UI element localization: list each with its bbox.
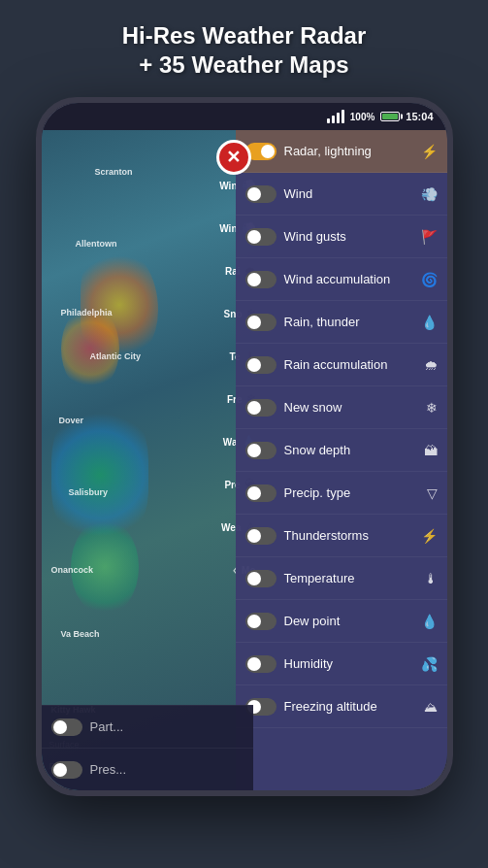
city-salisbury: Salisbury xyxy=(69,487,109,497)
icon-dew-point: 💧 xyxy=(421,614,438,629)
icon-freezing-altitude: ⛰ xyxy=(424,699,438,715)
header-area: Hi-Res Weather Radar + 35 Weather Maps xyxy=(0,0,488,97)
label-dew-point: Dew point xyxy=(284,614,413,628)
label-pres: Pres... xyxy=(90,762,127,777)
city-vabeach: Va Beach xyxy=(61,629,100,639)
label-wind-accumulation: Wind accumulation xyxy=(284,272,413,286)
city-allentown: Allentown xyxy=(76,239,117,249)
weather-item-new-snow[interactable]: New snow ❄ xyxy=(236,386,447,429)
weather-item-thunderstorms[interactable]: Thunderstorms ⚡ xyxy=(236,515,447,557)
city-dover: Dover xyxy=(59,416,84,425)
weather-item-wind-accumulation[interactable]: Wind accumulation 🌀 xyxy=(236,258,447,301)
map-area: Scranton Allentown Philadelphia Atlantic… xyxy=(42,130,260,790)
weather-item-wind[interactable]: Wind 💨 xyxy=(236,173,447,216)
toggle-temperature[interactable] xyxy=(245,570,277,587)
toggle-wind-accumulation[interactable] xyxy=(245,271,277,288)
partial-item-pres[interactable]: Pres... xyxy=(42,748,253,790)
city-atlantic: Atlantic City xyxy=(90,351,142,361)
toggle-wind-gusts[interactable] xyxy=(245,228,277,246)
icon-rain-accumulation: 🌧 xyxy=(424,357,438,373)
label-wind-gusts: Wind gusts xyxy=(284,229,413,244)
battery-icon xyxy=(380,112,400,121)
weather-item-rain-thunder[interactable]: Rain, thunder 💧 xyxy=(236,301,447,344)
icon-rain-thunder: 💧 xyxy=(421,315,438,330)
label-thunderstorms: Thunderstorms xyxy=(284,528,413,543)
status-bar: 100% 15:04 xyxy=(42,103,447,130)
weather-item-rain-accumulation[interactable]: Rain accumulation 🌧 xyxy=(236,344,447,386)
label-wind: Wind xyxy=(284,186,413,201)
icon-wind-gusts: 🚩 xyxy=(421,229,438,245)
icon-temperature: 🌡 xyxy=(424,571,438,586)
city-scranton: Scranton xyxy=(95,167,133,177)
toggle-dew-point[interactable] xyxy=(245,613,277,630)
toggle-new-snow[interactable] xyxy=(245,399,277,417)
status-time: 15:04 xyxy=(406,111,433,122)
signal-icon xyxy=(327,110,344,123)
close-icon: ✕ xyxy=(226,147,241,168)
weather-item-freezing-altitude[interactable]: Freezing altitude ⛰ xyxy=(236,685,447,728)
partial-item-part[interactable]: Part... xyxy=(42,705,253,748)
toggle-snow-depth[interactable] xyxy=(245,442,277,459)
weather-item-radar-lightning[interactable]: Radar, lightning ⚡ xyxy=(236,130,447,173)
toggle-humidity[interactable] xyxy=(245,655,277,673)
label-precip-type: Precip. type xyxy=(284,485,419,500)
close-button[interactable]: ✕ xyxy=(216,140,251,175)
toggle-wind[interactable] xyxy=(245,185,277,203)
weather-panel: Radar, lightning ⚡ Wind 💨 Wind gusts 🚩 W… xyxy=(236,130,447,790)
toggle-part[interactable] xyxy=(51,718,82,736)
label-new-snow: New snow xyxy=(284,400,418,415)
header-title: Hi-Res Weather Radar + 35 Weather Maps xyxy=(29,21,459,80)
label-rain-thunder: Rain, thunder xyxy=(284,315,413,329)
phone-shell: 100% 15:04 Scranton Allentown Philadelph… xyxy=(36,97,453,796)
icon-wind: 💨 xyxy=(421,186,438,202)
weather-item-temperature[interactable]: Temperature 🌡 xyxy=(236,557,447,600)
label-snow-depth: Snow depth xyxy=(284,443,416,457)
battery-pct: 100% xyxy=(350,112,375,122)
toggle-precip-type[interactable] xyxy=(245,484,277,502)
icon-wind-accumulation: 🌀 xyxy=(421,272,438,287)
icon-new-snow: ❄ xyxy=(426,400,438,416)
label-humidity: Humidity xyxy=(284,656,413,671)
icon-precip-type: ▽ xyxy=(427,485,438,501)
icon-humidity: 💦 xyxy=(421,656,438,672)
weather-item-humidity[interactable]: Humidity 💦 xyxy=(236,643,447,685)
city-philadelphia: Philadelphia xyxy=(61,308,113,317)
icon-radar-lightning: ⚡ xyxy=(421,144,438,159)
city-onancock: Onancock xyxy=(51,565,94,575)
toggle-pres[interactable] xyxy=(51,761,82,779)
toggle-thunderstorms[interactable] xyxy=(245,527,277,545)
toggle-rain-accumulation[interactable] xyxy=(245,356,277,374)
weather-item-snow-depth[interactable]: Snow depth 🏔 xyxy=(236,429,447,472)
weather-item-precip-type[interactable]: Precip. type ▽ xyxy=(236,472,447,515)
label-temperature: Temperature xyxy=(284,571,416,585)
icon-snow-depth: 🏔 xyxy=(424,443,438,458)
label-rain-accumulation: Rain accumulation xyxy=(284,357,416,372)
icon-thunderstorms: ⚡ xyxy=(421,528,438,544)
label-part: Part... xyxy=(90,719,124,734)
weather-item-wind-gusts[interactable]: Wind gusts 🚩 xyxy=(236,216,447,258)
toggle-rain-thunder[interactable] xyxy=(245,314,277,331)
label-radar-lightning: Radar, lightning xyxy=(284,144,413,158)
bottom-partial-items: Part... Pres... xyxy=(42,705,253,790)
label-freezing-altitude: Freezing altitude xyxy=(284,699,416,714)
weather-item-dew-point[interactable]: Dew point 💧 xyxy=(236,600,447,643)
phone-screen: 100% 15:04 Scranton Allentown Philadelph… xyxy=(42,103,447,790)
